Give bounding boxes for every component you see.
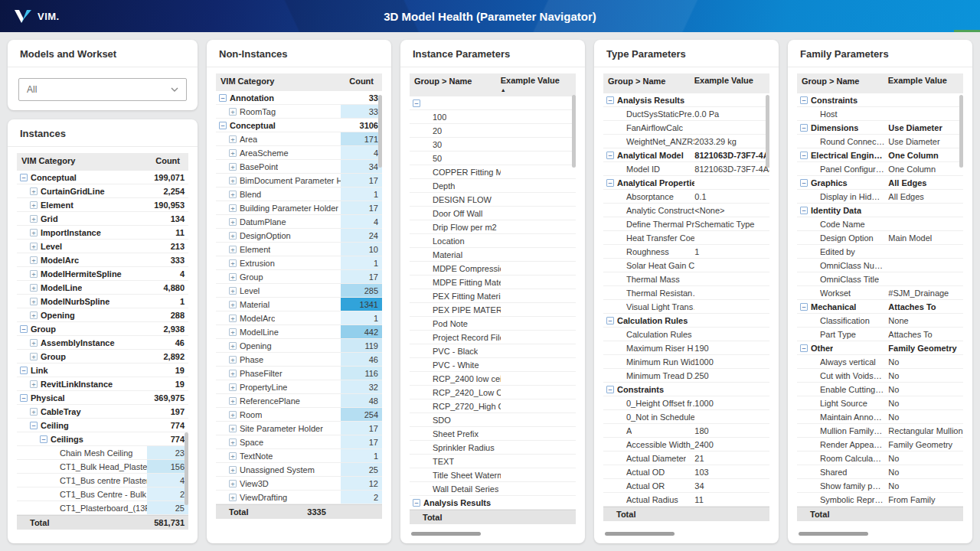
expand-icon[interactable]: + xyxy=(229,108,237,116)
expand-icon[interactable]: + xyxy=(229,273,237,281)
table-row[interactable]: +TextNote1 xyxy=(216,449,382,463)
table-row[interactable]: WeightNet_ANZRS2033.29 kg xyxy=(603,135,769,148)
collapse-icon[interactable]: − xyxy=(800,152,808,159)
expand-icon[interactable]: + xyxy=(229,356,237,364)
table-row[interactable]: Sheet Prefix xyxy=(410,427,576,441)
table-row[interactable]: A180 xyxy=(603,424,769,438)
table-row[interactable]: +Room254 xyxy=(216,408,382,422)
table-row[interactable]: +Area171 xyxy=(216,132,382,146)
collapse-icon[interactable]: − xyxy=(800,303,808,311)
collapse-icon[interactable]: − xyxy=(606,96,614,104)
expand-icon[interactable]: + xyxy=(229,135,237,143)
collapse-icon[interactable]: − xyxy=(800,96,808,104)
table-row[interactable]: +Unassigned System25 xyxy=(216,463,382,477)
table-row[interactable]: CT1_Bus centre Plasterbo…4 xyxy=(17,474,188,487)
expand-icon[interactable]: + xyxy=(229,494,237,501)
table-row[interactable]: +RoomTag33 xyxy=(216,105,382,119)
expand-icon[interactable]: + xyxy=(30,353,38,360)
expand-icon[interactable]: + xyxy=(30,215,38,223)
collapse-icon[interactable]: − xyxy=(606,386,614,393)
table-row[interactable]: +Element10 xyxy=(216,243,382,256)
collapse-icon[interactable]: − xyxy=(219,94,227,102)
table-row[interactable]: +Space17 xyxy=(216,435,382,449)
vertical-scrollbar[interactable] xyxy=(959,95,963,168)
table-row[interactable]: FanAirflowCalc xyxy=(603,121,769,135)
table-row[interactable]: +PhaseFilter116 xyxy=(216,367,382,380)
table-row[interactable]: +ModelNurbSpline1 xyxy=(17,295,188,308)
table-row[interactable]: Always verticalNo xyxy=(797,355,963,369)
table-row[interactable]: −Identity Data xyxy=(797,204,963,217)
table-row[interactable]: CT1_Bulk Head_Plasterbo…156 xyxy=(17,460,188,474)
table-row[interactable]: +ModelArc333 xyxy=(17,253,188,267)
expand-icon[interactable]: + xyxy=(30,256,38,264)
table-row[interactable]: Accessible Width_…2400 xyxy=(603,438,769,452)
table-row[interactable]: −Physical369,975 xyxy=(17,391,188,405)
collapse-icon[interactable]: − xyxy=(606,179,614,187)
table-row[interactable]: Code Name xyxy=(797,217,963,231)
table-row[interactable]: +Phase46 xyxy=(216,353,382,367)
table-row[interactable]: +DatumPlane4 xyxy=(216,215,382,229)
table-row[interactable]: Visual Light Trans… xyxy=(603,300,769,314)
table-row[interactable]: +Opening288 xyxy=(17,308,188,322)
table-row[interactable]: +ModelHermiteSpline4 xyxy=(17,267,188,281)
column-header-count[interactable]: Count xyxy=(336,77,377,86)
table-row[interactable]: DuctSysStaticPre…0.0 Pa xyxy=(603,107,769,121)
collapse-icon[interactable]: − xyxy=(800,179,808,187)
table-row[interactable]: Enable Cutting…No xyxy=(797,383,963,396)
expand-icon[interactable]: + xyxy=(229,301,237,308)
expand-icon[interactable]: + xyxy=(30,408,38,416)
table-row[interactable]: Render Appea…Family Geometry xyxy=(797,438,963,452)
expand-icon[interactable]: + xyxy=(229,204,237,212)
collapse-icon[interactable]: − xyxy=(800,207,808,214)
expand-icon[interactable]: + xyxy=(229,342,237,350)
column-header-count[interactable]: Count xyxy=(142,156,184,165)
table-row[interactable]: +Group2,892 xyxy=(17,350,188,364)
horizontal-scrollbar[interactable] xyxy=(411,532,481,536)
expand-icon[interactable]: + xyxy=(229,425,237,432)
horizontal-scrollbar[interactable] xyxy=(799,532,868,536)
table-row[interactable]: +CableTray197 xyxy=(17,405,188,419)
table-row[interactable]: +Extrusion1 xyxy=(216,256,382,270)
table-row[interactable]: 0_Height Offset fr…1000 xyxy=(603,396,769,410)
table-row[interactable]: RCP_2420_Low Cei… xyxy=(410,386,576,399)
table-row[interactable]: CT1_Plasterboard_(13PB)25 xyxy=(17,501,188,515)
table-row[interactable]: Maximum Riser H…190 xyxy=(603,341,769,355)
table-row[interactable]: −Conceptual3106 xyxy=(216,119,382,132)
table-row[interactable]: 100 xyxy=(410,110,576,124)
table-row[interactable]: 30 xyxy=(410,138,576,152)
expand-icon[interactable]: + xyxy=(30,243,38,250)
collapse-icon[interactable]: − xyxy=(20,367,28,374)
expand-icon[interactable]: + xyxy=(30,339,38,347)
collapse-icon[interactable]: − xyxy=(40,435,47,443)
table-row[interactable]: +ModelLine442 xyxy=(216,325,382,339)
table-row[interactable]: +AssemblyInstance46 xyxy=(17,336,188,350)
table-row[interactable]: −MechanicalAttaches To xyxy=(797,300,963,314)
expand-icon[interactable]: + xyxy=(229,466,237,474)
table-row[interactable]: Workset#SJM_Drainage xyxy=(797,286,963,300)
table-row[interactable]: OmniClass Nu… xyxy=(797,259,963,272)
table-row[interactable]: Model ID8121063D-73F7-4A3 xyxy=(603,162,769,176)
table-row[interactable]: +Group17 xyxy=(216,270,382,284)
expand-icon[interactable]: + xyxy=(229,191,237,198)
table-row[interactable]: +Element190,953 xyxy=(17,198,188,212)
table-row[interactable]: Thermal Resistan… xyxy=(603,286,769,300)
collapse-icon[interactable]: − xyxy=(219,122,227,129)
table-row[interactable]: Chain Mesh Ceiling23 xyxy=(17,446,188,460)
table-row[interactable]: Round Connec…Use Diameter xyxy=(797,135,963,148)
table-row[interactable]: +Material1341 xyxy=(216,298,382,311)
table-row[interactable]: Roughness1 xyxy=(603,245,769,259)
table-row[interactable]: DESIGN FLOW xyxy=(410,193,576,207)
table-row[interactable]: +Level285 xyxy=(216,284,382,298)
table-row[interactable]: Actual Radius11 xyxy=(603,493,769,507)
collapse-icon[interactable]: − xyxy=(20,325,28,333)
table-row[interactable]: 50 xyxy=(410,152,576,165)
table-row[interactable]: PVC - Black xyxy=(410,344,576,358)
vertical-scrollbar[interactable] xyxy=(572,95,576,168)
table-row[interactable]: Depth xyxy=(410,179,576,193)
table-row[interactable]: −Link19 xyxy=(17,364,188,377)
table-row[interactable]: COPPER Fitting Ma… xyxy=(410,165,576,179)
expand-icon[interactable]: + xyxy=(229,397,237,405)
table-row[interactable]: PEX Fitting Material xyxy=(410,289,576,303)
table-row[interactable]: +BasePoint34 xyxy=(216,160,382,174)
column-header-group-name[interactable]: Group > Name xyxy=(802,77,888,86)
